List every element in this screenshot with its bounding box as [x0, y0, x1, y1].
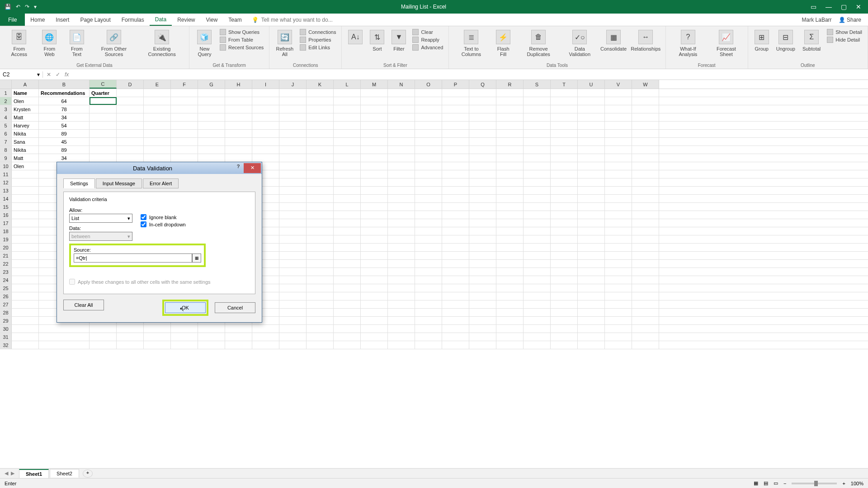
cell[interactable] [632, 195, 659, 202]
cell[interactable] [307, 268, 334, 276]
cell[interactable] [578, 187, 605, 194]
cell[interactable] [361, 211, 388, 219]
row-header[interactable]: 24 [0, 276, 12, 284]
tab-page-layout[interactable]: Page Layout [75, 14, 116, 26]
cell[interactable] [388, 227, 415, 235]
cell[interactable] [12, 170, 39, 178]
cell[interactable] [12, 260, 39, 267]
cell[interactable] [496, 244, 524, 251]
cell[interactable]: Quarter [90, 89, 117, 97]
cell[interactable] [415, 333, 442, 341]
cell[interactable] [578, 317, 605, 324]
cell[interactable] [469, 309, 496, 316]
cell[interactable] [334, 97, 361, 105]
cell[interactable] [279, 227, 307, 235]
cell[interactable] [334, 187, 361, 194]
cell[interactable] [551, 130, 578, 137]
cell[interactable] [442, 170, 469, 178]
cell[interactable] [39, 341, 90, 349]
cell[interactable] [469, 178, 496, 186]
cell[interactable] [605, 333, 632, 341]
column-header[interactable]: E [144, 80, 171, 89]
cell[interactable] [578, 89, 605, 97]
cell[interactable] [469, 227, 496, 235]
from-table-button[interactable]: From Table [220, 37, 264, 43]
cell[interactable] [632, 154, 659, 162]
cell[interactable] [90, 97, 117, 105]
cell[interactable]: Krysten [12, 105, 39, 113]
cell[interactable] [415, 154, 442, 162]
cell[interactable] [524, 89, 551, 97]
existing-connections-button[interactable]: 🔌Existing Connections [138, 28, 185, 59]
cell[interactable] [496, 89, 524, 97]
cell[interactable] [361, 203, 388, 211]
cell[interactable] [307, 341, 334, 349]
cell[interactable] [442, 284, 469, 292]
show-queries-button[interactable]: Show Queries [220, 29, 264, 35]
cell[interactable] [388, 276, 415, 284]
cell[interactable] [388, 211, 415, 219]
cell[interactable] [171, 325, 198, 333]
cell[interactable] [551, 235, 578, 243]
cell[interactable] [117, 130, 144, 137]
cell[interactable]: Name [12, 89, 39, 97]
cell[interactable] [144, 146, 171, 154]
dialog-tab-input-message[interactable]: Input Message [96, 178, 142, 188]
column-header[interactable]: W [632, 80, 659, 89]
cell[interactable] [496, 178, 524, 186]
cell[interactable] [198, 89, 225, 97]
cell[interactable] [361, 341, 388, 349]
cell[interactable] [415, 300, 442, 308]
cell[interactable] [279, 113, 307, 121]
redo-icon[interactable]: ↷ [25, 4, 29, 10]
cell[interactable] [551, 195, 578, 202]
cell[interactable] [469, 341, 496, 349]
cell[interactable] [524, 309, 551, 316]
cell[interactable] [198, 122, 225, 129]
close-icon[interactable]: ✕ [856, 3, 861, 10]
cell[interactable] [279, 170, 307, 178]
cell[interactable] [551, 178, 578, 186]
cell[interactable] [632, 235, 659, 243]
cell[interactable] [198, 154, 225, 162]
cell[interactable] [578, 244, 605, 251]
cell[interactable] [12, 244, 39, 251]
cell[interactable] [496, 113, 524, 121]
cell[interactable] [388, 260, 415, 267]
cell[interactable] [578, 252, 605, 259]
cell[interactable] [605, 309, 632, 316]
cell[interactable] [632, 252, 659, 259]
cell[interactable]: Olen [12, 97, 39, 105]
cell[interactable] [524, 292, 551, 300]
cell[interactable] [524, 260, 551, 267]
cell[interactable] [307, 235, 334, 243]
cell[interactable] [496, 195, 524, 202]
cell[interactable] [388, 325, 415, 333]
column-header[interactable]: Q [469, 80, 496, 89]
group-button[interactable]: ⊞Group [752, 28, 772, 53]
cell[interactable] [361, 333, 388, 341]
cell[interactable] [361, 292, 388, 300]
cell[interactable] [117, 154, 144, 162]
cell[interactable] [334, 235, 361, 243]
row-header[interactable]: 2 [0, 97, 12, 105]
cell[interactable] [117, 113, 144, 121]
cell[interactable] [90, 113, 117, 121]
cell[interactable] [117, 333, 144, 341]
cell[interactable] [551, 203, 578, 211]
cell[interactable] [171, 122, 198, 129]
cell[interactable] [144, 97, 171, 105]
cell[interactable] [578, 284, 605, 292]
cell[interactable] [388, 187, 415, 194]
cell[interactable] [578, 146, 605, 154]
row-header[interactable]: 4 [0, 113, 12, 121]
cell[interactable] [388, 130, 415, 137]
cell[interactable] [469, 211, 496, 219]
cell[interactable] [578, 170, 605, 178]
cell[interactable] [117, 97, 144, 105]
cell[interactable] [442, 276, 469, 284]
connections-button[interactable]: Connections [300, 29, 336, 35]
row-header[interactable]: 13 [0, 187, 12, 194]
cell[interactable]: 64 [39, 97, 90, 105]
zoom-level[interactable]: 100% [851, 481, 863, 486]
